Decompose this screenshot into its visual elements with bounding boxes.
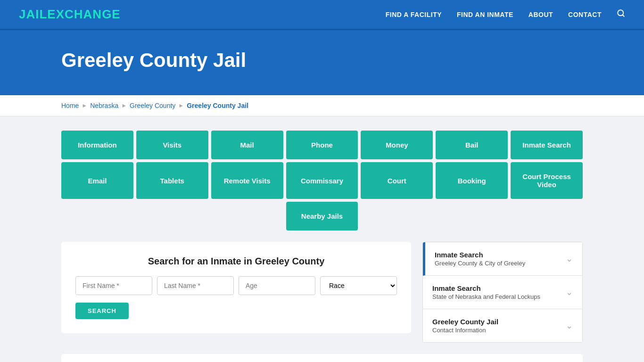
sidebar-card-1[interactable]: Inmate Search Greeley County & City of G…	[423, 242, 582, 276]
sidebar-card-3[interactable]: Greeley County Jail Contact Information …	[423, 309, 582, 342]
nav-find-inmate[interactable]: FIND AN INMATE	[457, 11, 513, 18]
lower-section: Search for an Inmate in Greeley County R…	[61, 242, 583, 343]
last-name-input[interactable]	[157, 276, 234, 295]
logo-jail: JAIL	[19, 7, 47, 21]
breadcrumb-home[interactable]: Home	[61, 102, 79, 109]
btn-tablets[interactable]: Tablets	[136, 162, 208, 199]
site-logo[interactable]: JAILEXCHANGE	[19, 7, 121, 22]
jail-info-section: Greeley County Jail Information	[61, 354, 583, 362]
chevron-down-icon-3: ⌄	[566, 321, 573, 331]
sidebar-card-3-text: Greeley County Jail Contact Information	[432, 318, 498, 334]
breadcrumb-sep-3: ►	[178, 102, 184, 109]
race-select[interactable]: Race White Black Hispanic Asian Other	[320, 276, 397, 295]
breadcrumb-sep-1: ►	[82, 102, 87, 109]
sidebar-cards: Inmate Search Greeley County & City of G…	[422, 242, 583, 343]
btn-money[interactable]: Money	[361, 131, 433, 159]
main-nav: JAILEXCHANGE FIND A FACILITY FIND AN INM…	[0, 0, 644, 30]
btn-court[interactable]: Court	[361, 162, 433, 199]
sidebar-card-1-subtitle: Greeley County & City of Greeley	[435, 260, 525, 267]
age-input[interactable]	[239, 276, 315, 295]
sidebar-card-2-subtitle: State of Nebraska and Federal Lockups	[432, 293, 540, 300]
button-grid-row1: Information Visits Mail Phone Money Bail…	[61, 131, 583, 159]
hero-section: Greeley County Jail	[0, 30, 644, 95]
button-grid-row3: Nearby Jails	[61, 202, 583, 230]
sidebar-card-3-subtitle: Contact Information	[432, 327, 498, 334]
search-button[interactable]: SEARCH	[75, 303, 129, 319]
sidebar-card-2[interactable]: Inmate Search State of Nebraska and Fede…	[423, 276, 582, 309]
button-grid-row2: Email Tablets Remote Visits Commissary C…	[61, 162, 583, 199]
btn-court-process-video[interactable]: Court Process Video	[511, 162, 583, 199]
btn-email[interactable]: Email	[61, 162, 133, 199]
btn-booking[interactable]: Booking	[436, 162, 508, 199]
btn-mail[interactable]: Mail	[211, 131, 283, 159]
sidebar-card-2-title: Inmate Search	[432, 284, 540, 292]
nav-find-facility[interactable]: FIND A FACILITY	[386, 11, 442, 18]
sidebar-card-1-text: Inmate Search Greeley County & City of G…	[435, 251, 525, 267]
nav-contact[interactable]: CONTACT	[568, 11, 602, 18]
nav-about[interactable]: ABOUT	[528, 11, 553, 18]
btn-information[interactable]: Information	[61, 131, 133, 159]
first-name-input[interactable]	[75, 276, 152, 295]
nav-links: FIND A FACILITY FIND AN INMATE ABOUT CON…	[386, 9, 625, 20]
btn-nearby-jails[interactable]: Nearby Jails	[286, 202, 358, 230]
btn-bail[interactable]: Bail	[436, 131, 508, 159]
btn-visits[interactable]: Visits	[136, 131, 208, 159]
btn-remote-visits[interactable]: Remote Visits	[211, 162, 283, 199]
chevron-down-icon-2: ⌄	[566, 287, 573, 297]
sidebar-card-2-text: Inmate Search State of Nebraska and Fede…	[432, 284, 540, 300]
chevron-down-icon-1: ⌄	[566, 254, 573, 264]
breadcrumb-greeley-county[interactable]: Greeley County	[130, 102, 175, 109]
breadcrumb-sep-2: ►	[121, 102, 127, 109]
inmate-search-title: Search for an Inmate in Greeley County	[75, 256, 397, 267]
breadcrumb-current: Greeley County Jail	[187, 102, 248, 109]
sidebar-card-3-title: Greeley County Jail	[432, 318, 498, 326]
search-icon[interactable]	[617, 10, 625, 19]
breadcrumb: Home ► Nebraska ► Greeley County ► Greel…	[0, 95, 644, 116]
svg-line-1	[622, 15, 624, 16]
btn-commissary[interactable]: Commissary	[286, 162, 358, 199]
page-title: Greeley County Jail	[61, 49, 625, 72]
btn-phone[interactable]: Phone	[286, 131, 358, 159]
inmate-search-box: Search for an Inmate in Greeley County R…	[61, 242, 411, 333]
sidebar-card-1-title: Inmate Search	[435, 251, 525, 259]
btn-inmate-search[interactable]: Inmate Search	[511, 131, 583, 159]
main-content: Information Visits Mail Phone Money Bail…	[0, 116, 644, 362]
logo-exchange: EXCHANGE	[47, 7, 120, 21]
breadcrumb-nebraska[interactable]: Nebraska	[90, 102, 118, 109]
search-fields: Race White Black Hispanic Asian Other	[75, 276, 397, 295]
